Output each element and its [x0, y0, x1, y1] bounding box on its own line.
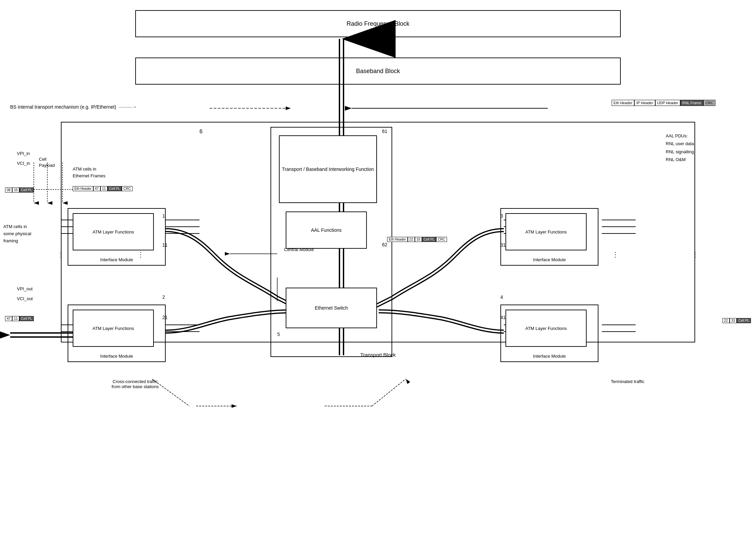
pkt-47-11-left: 47 11 Cell PL	[5, 316, 34, 321]
pkt-22-33-bottom-right: 22 33 Cell PL	[723, 318, 751, 323]
num-4: 4	[500, 294, 503, 300]
bs-transport-label: BS internal transport mechanism (e.g. IP…	[10, 104, 137, 110]
eth-header-cell: Eth Header	[612, 100, 635, 106]
rnl-frame-cell: RNL Frame	[680, 100, 703, 106]
udp-header-cell: UDP Header	[655, 100, 680, 106]
atm-layer-1: ATM Layer Functions	[73, 213, 154, 250]
ip-header-cell: IP Header	[634, 100, 655, 106]
dots-2: ⋮	[692, 250, 699, 259]
rf-block-label: Radio Frequency Block	[347, 20, 409, 27]
atm-cells-physical-label: ATM cells in some physical framing	[3, 223, 31, 244]
atm-layer-4: ATM Layer Functions	[505, 310, 587, 347]
dots-3: ⋮	[612, 250, 619, 259]
atm-layer-3: ATM Layer Functions	[505, 213, 587, 250]
eth-hdr-row-top-right: Eth Header 22 33 Cell PL CRC	[387, 237, 447, 242]
aal-box: AAL Functions	[286, 211, 367, 249]
cell-payload-label: Cell Payload	[39, 156, 55, 169]
num-62: 62	[382, 242, 387, 247]
num-61: 61	[382, 129, 387, 134]
eth-hdr-row-top-left: Eth Header 47 11 Cell PL CRC	[73, 186, 133, 191]
num-5: 5	[277, 332, 280, 337]
vpi-vci-in-labels: VPI_in VCI_in	[17, 149, 30, 168]
tbif-box: Transport / Baseband Interworking Functi…	[279, 135, 377, 203]
baseband-block-label: Baseband Block	[356, 68, 400, 75]
diagram-container: Radio Frequency Block Baseband Block BS …	[0, 0, 756, 559]
rf-block: Radio Frequency Block	[135, 10, 621, 37]
dots-4: ⋮	[137, 250, 144, 259]
num-6: 6	[199, 129, 203, 135]
eth-switch-box: Ethernet Switch	[286, 288, 377, 328]
pkt-08-15: 08 15 Cell PL	[5, 187, 34, 193]
header-packet-top: Eth Header IP Header UDP Header RNL Fram…	[612, 100, 715, 106]
atm-layer-2: ATM Layer Functions	[73, 310, 154, 347]
dots-1: ⋮	[57, 250, 64, 259]
cross-connected-label: Cross-connected traffic from other base …	[112, 379, 159, 389]
num-2: 2	[162, 294, 165, 300]
crc-cell-top: CRC	[703, 100, 715, 106]
aal-pdus-label: AAL PDUs: RNL user data, RNL signalling,…	[666, 132, 695, 164]
svg-line-43	[372, 379, 406, 406]
atm-eth-frames-label: ATM cells in Ethernet Frames	[73, 166, 105, 179]
terminated-traffic-label: Terminated traffic	[611, 379, 644, 384]
baseband-block: Baseband Block	[135, 58, 621, 85]
vpi-vci-out-labels: VPI_out VCI_out	[17, 284, 33, 304]
